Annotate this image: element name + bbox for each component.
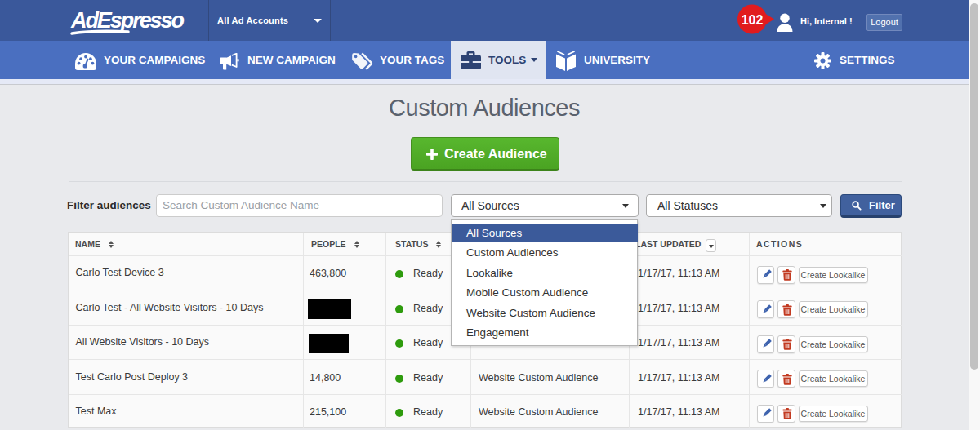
svg-text:AdEspresso: AdEspresso bbox=[70, 8, 185, 33]
svg-text:102: 102 bbox=[742, 13, 764, 27]
